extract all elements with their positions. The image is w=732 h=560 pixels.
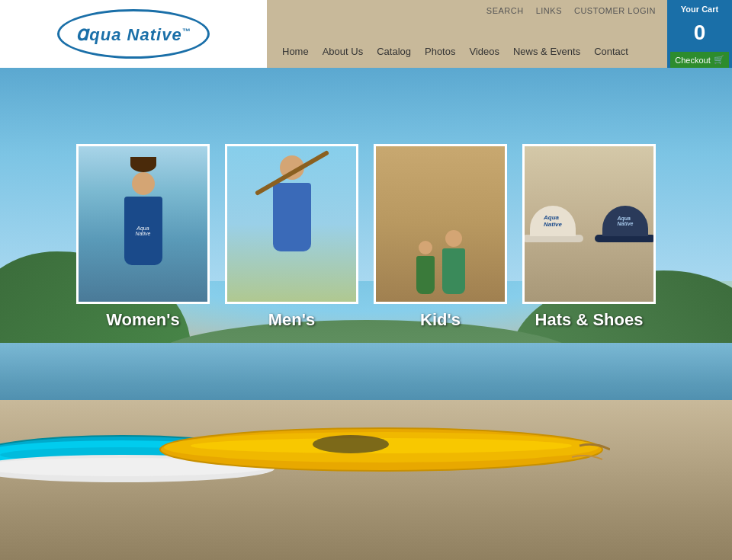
nav-catalog[interactable]: Catalog (377, 46, 411, 57)
header-right: SEARCH LINKS CUSTOMER LOGIN Home About U… (267, 0, 732, 68)
nav-news-events[interactable]: News & Events (513, 46, 580, 57)
product-image-hats: AquaNative AquaNative (522, 144, 656, 304)
site-header: ɑqua Native™ SEARCH LINKS CUSTOMER LOGIN… (0, 0, 732, 68)
nav-home[interactable]: Home (282, 46, 309, 57)
nav-photos[interactable]: Photos (425, 46, 455, 57)
product-card-kids[interactable]: Kid's (374, 144, 507, 330)
product-card-mens[interactable]: Men's (225, 144, 358, 330)
product-image-kids (374, 144, 507, 304)
product-card-hats[interactable]: AquaNative AquaNative Hats & Shoes (522, 144, 656, 330)
product-image-mens (225, 144, 358, 304)
cart-label: Your Cart (681, 5, 718, 14)
product-label-womens: Women's (106, 310, 180, 330)
search-link[interactable]: SEARCH (486, 6, 524, 15)
main-nav: Home About Us Catalog Photos Videos News… (282, 46, 724, 62)
logo-area: ɑqua Native™ (0, 0, 267, 68)
links-link[interactable]: LINKS (536, 6, 562, 15)
svg-point-8 (313, 435, 389, 453)
products-area: AquaNative Women's Men's (0, 144, 732, 330)
product-label-mens: Men's (268, 310, 315, 330)
logo-text: ɑqua Native™ (75, 22, 191, 46)
cart-icon: 🛒 (714, 55, 724, 65)
kayak-yellow (152, 400, 610, 484)
product-image-womens: AquaNative (76, 144, 210, 304)
hero-section: AquaNative Women's Men's (0, 68, 732, 560)
cart-widget: Your Cart 0 Checkout 🛒 (667, 0, 732, 68)
nav-contact[interactable]: Contact (594, 46, 628, 57)
product-label-hats: Hats & Shoes (535, 310, 644, 330)
cart-count: 0 (694, 22, 706, 43)
nav-about-us[interactable]: About Us (323, 46, 363, 57)
checkout-label: Checkout (675, 56, 710, 65)
nav-videos[interactable]: Videos (469, 46, 499, 57)
product-label-kids: Kid's (420, 310, 461, 330)
product-card-womens[interactable]: AquaNative Women's (76, 144, 210, 330)
customer-login-link[interactable]: CUSTOMER LOGIN (574, 6, 656, 15)
logo[interactable]: ɑqua Native™ (57, 9, 210, 59)
checkout-button[interactable]: Checkout 🛒 (670, 52, 729, 68)
top-links: SEARCH LINKS CUSTOMER LOGIN (282, 6, 724, 15)
